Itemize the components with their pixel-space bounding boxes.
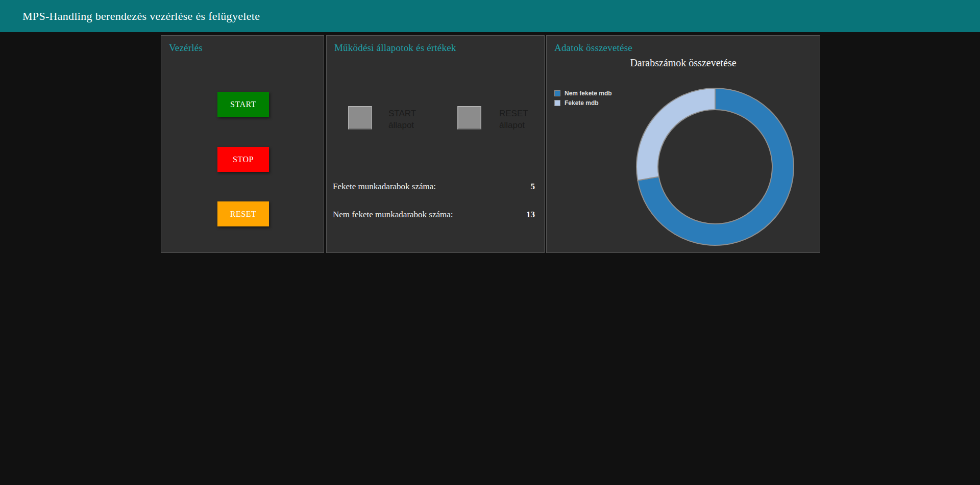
legend-swatch-icon [554, 90, 560, 96]
legend-label: Fekete mdb [565, 99, 599, 107]
start-state-indicator [348, 106, 372, 130]
legend-label: Nem fekete mdb [565, 90, 612, 97]
panel-comparison-title: Adatok összevetése [554, 42, 632, 54]
black-count-row: Fekete munkadarabok száma: 5 [333, 182, 535, 192]
panel-control: Vezérlés START STOP RESET [161, 35, 324, 253]
black-count-value: 5 [531, 182, 535, 192]
legend-item-fekete[interactable]: Fekete mdb [554, 99, 612, 107]
panel-comparison: Adatok összevetése Darabszámok összeveté… [546, 35, 820, 253]
legend-item-nem-fekete[interactable]: Nem fekete mdb [554, 90, 612, 97]
legend-swatch-icon [554, 100, 560, 106]
start-state-label-line2: állapot [388, 119, 416, 131]
panel-status-title: Működési állapotok és értékek [334, 42, 456, 54]
nonblack-count-row: Nem fekete munkadarabok száma: 13 [333, 210, 535, 220]
app-header: MPS-Handling berendezés vezérlése és fel… [0, 0, 980, 32]
panel-status: Működési állapotok és értékek START álla… [326, 35, 545, 253]
stop-button[interactable]: STOP [217, 147, 269, 172]
chart-title: Darabszámok összevetése [547, 57, 820, 69]
start-state-label: START állapot [388, 108, 416, 131]
chart-legend: Nem fekete mdbFekete mdb [554, 90, 612, 107]
start-state-label-line1: START [388, 108, 416, 119]
donut-slice-fekete [636, 88, 715, 181]
nonblack-count-label: Nem fekete munkadarabok száma: [333, 210, 453, 220]
reset-state-label-line2: állapot [499, 119, 528, 131]
reset-state-indicator [457, 106, 481, 130]
reset-state-label: RESET állapot [499, 108, 528, 131]
black-count-label: Fekete munkadarabok száma: [333, 182, 436, 192]
reset-state-label-line1: RESET [499, 108, 528, 119]
reset-button[interactable]: RESET [217, 201, 269, 226]
start-button[interactable]: START [217, 92, 269, 117]
donut-chart [633, 85, 797, 248]
panel-control-title: Vezérlés [169, 42, 203, 54]
nonblack-count-value: 13 [526, 210, 535, 220]
page-title: MPS-Handling berendezés vezérlése és fel… [22, 10, 260, 23]
